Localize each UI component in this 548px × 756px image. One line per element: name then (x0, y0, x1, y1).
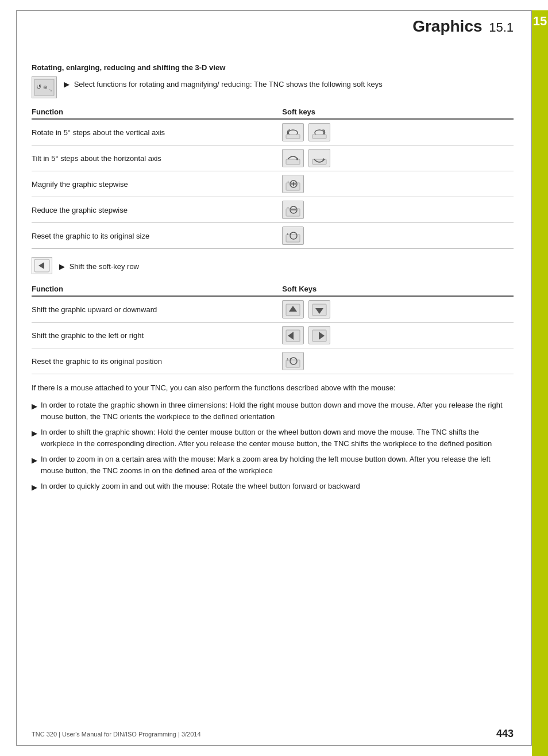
table2-header-function: Function (32, 282, 282, 296)
shift-right-key[interactable] (308, 326, 330, 344)
func-cell: Tilt in 5° steps about the horizontal ax… (32, 145, 282, 171)
rotate-icon-box: ↺ ⊕ ↘ (32, 76, 57, 98)
table-row: Reduce the graphic stepwise − (32, 197, 514, 223)
function-table-1: Function Soft keys Rotate in 5° steps ab… (32, 105, 514, 249)
border-bottom (16, 745, 532, 746)
border-left (16, 10, 17, 746)
page-header: Graphics 15.1 (412, 17, 514, 36)
svg-rect-6 (286, 135, 300, 139)
key-cell: + (282, 171, 514, 197)
table1-header-function: Function (32, 105, 282, 119)
instruction-text: ▶ Select functions for rotating and magn… (64, 76, 383, 90)
bullet-text-2: In order to shift the graphic shown: Hol… (41, 427, 514, 449)
chapter-tab: 15 (532, 10, 548, 756)
section-heading: Rotating, enlarging, reducing and shifti… (32, 63, 514, 72)
shift-up-key[interactable] (282, 300, 304, 318)
arrow-bullet-2: ▶ (59, 261, 65, 273)
svg-rect-10 (286, 159, 300, 164)
shift-instruction: ▶ Shift the soft-key row (59, 259, 139, 273)
footer-left: TNC 320 | User's Manual for DIN/ISO Prog… (32, 731, 201, 738)
table1-header-softkeys: Soft keys (282, 105, 514, 119)
func-cell: Shift the graphic upward or downward (32, 296, 282, 323)
reset-position-key[interactable]: 1:1 (282, 352, 304, 370)
bullet-text-1: In order to rotate the graphic shown in … (41, 400, 514, 422)
svg-text:−: − (287, 205, 290, 210)
func-cell: Reset the graphic to its original size (32, 223, 282, 249)
table-row: Shift the graphic to the left or right (32, 323, 514, 348)
svg-text:+: + (287, 179, 290, 185)
func-cell: Shift the graphic to the left or right (32, 323, 282, 348)
svg-text:⊕: ⊕ (43, 85, 48, 90)
table-row: Tilt in 5° steps about the horizontal ax… (32, 145, 514, 171)
key-cell (282, 145, 514, 171)
bullet-list: ▶ In order to rotate the graphic shown i… (32, 400, 514, 493)
rotate-left-key[interactable] (282, 123, 304, 141)
key-cell: 1:1 (282, 223, 514, 249)
instruction-row: ↺ ⊕ ↘ ▶ Select functions for rotating an… (32, 76, 514, 98)
svg-text:1:1: 1:1 (287, 358, 292, 361)
next-icon (34, 259, 50, 273)
rotate-magnify-icon: ↺ ⊕ ↘ (34, 79, 55, 96)
function-table-2: Function Soft Keys Shift the graphic upw… (32, 282, 514, 374)
svg-text:↺: ↺ (36, 83, 41, 90)
list-item: ▶ In order to zoom in on a certain area … (32, 454, 514, 476)
svg-rect-9 (312, 135, 326, 139)
instruction-content: Select functions for rotating and magnif… (74, 80, 383, 89)
svg-text:↘: ↘ (49, 88, 52, 92)
shift-down-key[interactable] (308, 300, 330, 318)
key-cell: − (282, 197, 514, 223)
table-row: Rotate in 5° steps about the vertical ax… (32, 119, 514, 145)
table2-header-softkeys: Soft Keys (282, 282, 514, 296)
func-cell: Magnify the graphic stepwise (32, 171, 282, 197)
bullet-text-4: In order to quickly zoom in and out with… (41, 481, 360, 492)
key-cell (282, 119, 514, 145)
page-number: 443 (496, 728, 514, 740)
reset-size-key[interactable]: 1:1 (282, 227, 304, 245)
func-cell: Reduce the graphic stepwise (32, 197, 282, 223)
shift-left-key[interactable] (282, 326, 304, 344)
main-content: Rotating, enlarging, reducing and shifti… (32, 63, 514, 498)
bullet-arrow-icon: ▶ (32, 482, 37, 493)
list-item: ▶ In order to rotate the graphic shown i… (32, 400, 514, 422)
bullet-arrow-icon: ▶ (32, 428, 37, 439)
bullet-arrow-icon: ▶ (32, 401, 37, 412)
shift-icon (32, 257, 52, 274)
table-row: Shift the graphic upward or downward (32, 296, 514, 323)
rotate-right-key[interactable] (308, 123, 330, 141)
header-title: Graphics (412, 17, 482, 35)
arrow-bullet: ▶ (64, 79, 70, 90)
list-item: ▶ In order to shift the graphic shown: H… (32, 427, 514, 449)
list-item: ▶ In order to quickly zoom in and out wi… (32, 481, 514, 493)
shift-row: ▶ Shift the soft-key row (32, 257, 514, 274)
table-row: Reset the graphic to its original positi… (32, 348, 514, 374)
bullet-text-3: In order to zoom in on a certain area wi… (41, 454, 514, 476)
svg-text:1:1: 1:1 (287, 232, 292, 236)
tilt-down-key[interactable] (308, 149, 330, 167)
bullet-arrow-icon: ▶ (32, 455, 37, 466)
magnify-key[interactable]: + (282, 175, 304, 193)
reduce-key[interactable]: − (282, 201, 304, 219)
chapter-number: 15 (533, 14, 547, 29)
func-cell: Rotate in 5° steps about the vertical ax… (32, 119, 282, 145)
func-cell: Reset the graphic to its original positi… (32, 348, 282, 374)
border-top (16, 10, 532, 11)
table-row: Reset the graphic to its original size 1… (32, 223, 514, 249)
tilt-up-key[interactable] (282, 149, 304, 167)
key-cell (282, 323, 514, 348)
key-cell (282, 296, 514, 323)
key-cell: 1:1 (282, 348, 514, 374)
body-intro: If there is a mouse attached to your TNC… (32, 382, 514, 394)
table-row: Magnify the graphic stepwise + (32, 171, 514, 197)
shift-label: Shift the soft-key row (70, 262, 139, 271)
header-section: 15.1 (489, 20, 514, 34)
page-footer: TNC 320 | User's Manual for DIN/ISO Prog… (32, 728, 514, 740)
